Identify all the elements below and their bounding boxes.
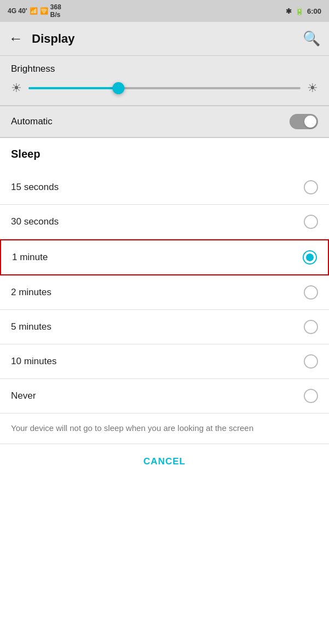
sleep-option-15s-radio[interactable] bbox=[304, 180, 318, 194]
wifi-icon: 🛜 bbox=[40, 7, 48, 15]
sleep-option-30s-label: 30 seconds bbox=[11, 216, 59, 227]
sleep-option-15s[interactable]: 15 seconds bbox=[0, 170, 329, 205]
sleep-option-2m[interactable]: 2 minutes bbox=[0, 275, 329, 310]
page-title: Display bbox=[32, 32, 75, 46]
sleep-option-10m-radio[interactable] bbox=[304, 354, 318, 369]
sleep-option-1m-label: 1 minute bbox=[12, 252, 48, 263]
sleep-option-never[interactable]: Never bbox=[0, 379, 329, 413]
sleep-section: Sleep bbox=[0, 138, 329, 170]
status-bar: 4G 40' 📶 🛜 368B/s ✱ 🔋 6:00 bbox=[0, 0, 329, 22]
sleep-option-never-label: Never bbox=[11, 390, 36, 401]
sleep-option-5m-label: 5 minutes bbox=[11, 321, 52, 332]
info-text: Your device will not go to sleep when yo… bbox=[0, 413, 329, 444]
sleep-option-15s-label: 15 seconds bbox=[11, 182, 59, 193]
signal-icon: 📶 bbox=[30, 7, 38, 15]
sleep-option-2m-label: 2 minutes bbox=[11, 287, 52, 298]
automatic-row: Automatic bbox=[0, 106, 329, 138]
data-speed: 368B/s bbox=[50, 3, 61, 19]
slider-track bbox=[29, 87, 300, 89]
search-button[interactable]: 🔍 bbox=[303, 30, 320, 47]
sun-large-icon: ☀ bbox=[307, 81, 318, 95]
sleep-option-never-radio[interactable] bbox=[304, 389, 318, 403]
sleep-options-list: 15 seconds 30 seconds 1 minute 2 minutes… bbox=[0, 170, 329, 413]
status-carrier: 4G 40' bbox=[8, 7, 27, 15]
sleep-option-5m[interactable]: 5 minutes bbox=[0, 310, 329, 344]
status-right: ✱ 🔋 6:00 bbox=[286, 7, 321, 15]
bluetooth-icon: ✱ bbox=[286, 7, 292, 15]
toggle-knob bbox=[304, 116, 316, 128]
sleep-option-10m[interactable]: 10 minutes bbox=[0, 344, 329, 379]
status-left: 4G 40' 📶 🛜 368B/s bbox=[8, 3, 61, 19]
cancel-row: CANCEL bbox=[0, 444, 329, 479]
sleep-title: Sleep bbox=[11, 148, 318, 160]
brightness-section: Brightness ☀ ☀ bbox=[0, 56, 329, 106]
clock: 6:00 bbox=[307, 7, 321, 15]
sun-small-icon: ☀ bbox=[11, 81, 22, 95]
brightness-row: ☀ ☀ bbox=[11, 81, 318, 95]
slider-fill bbox=[29, 87, 118, 89]
sleep-option-30s-radio[interactable] bbox=[304, 215, 318, 229]
brightness-slider[interactable] bbox=[29, 82, 300, 94]
cancel-button[interactable]: CANCEL bbox=[144, 456, 186, 467]
brightness-label: Brightness bbox=[11, 64, 318, 74]
automatic-label: Automatic bbox=[11, 116, 53, 127]
sleep-option-30s[interactable]: 30 seconds bbox=[0, 205, 329, 239]
back-button[interactable]: ← bbox=[9, 30, 23, 47]
automatic-toggle[interactable] bbox=[290, 114, 318, 129]
header-left: ← Display bbox=[9, 30, 75, 47]
battery-icon: 🔋 bbox=[295, 7, 304, 15]
sleep-option-1m[interactable]: 1 minute bbox=[0, 239, 329, 275]
sleep-option-2m-radio[interactable] bbox=[304, 285, 318, 300]
sleep-option-1m-radio[interactable] bbox=[303, 250, 317, 264]
slider-thumb[interactable] bbox=[112, 82, 124, 94]
sleep-option-5m-radio[interactable] bbox=[304, 320, 318, 334]
sleep-option-10m-label: 10 minutes bbox=[11, 356, 56, 367]
app-header: ← Display 🔍 bbox=[0, 22, 329, 56]
